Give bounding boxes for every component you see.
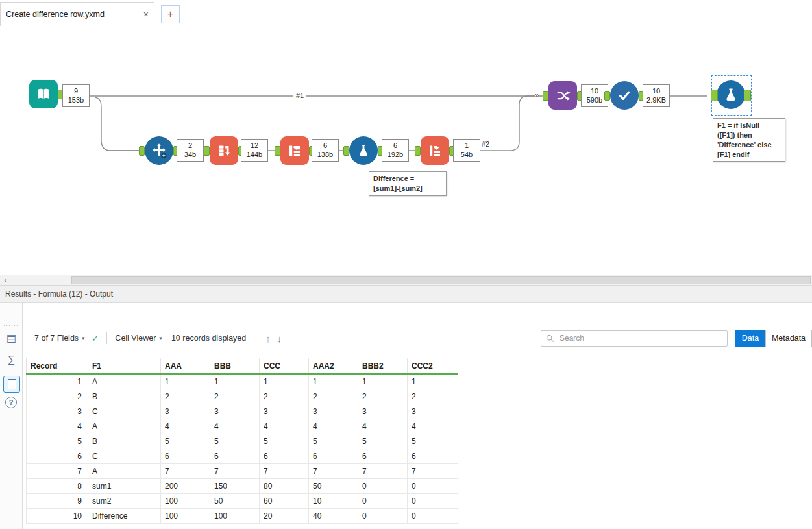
crosstab-tool-2[interactable] bbox=[421, 136, 449, 165]
table-cell: 10 bbox=[309, 494, 358, 509]
chevron-down-icon[interactable]: ▾ bbox=[159, 335, 162, 341]
data-tab[interactable]: Data bbox=[735, 330, 765, 347]
union-tool[interactable] bbox=[548, 81, 577, 110]
table-cell: 4 bbox=[161, 419, 210, 434]
input-anchor[interactable] bbox=[543, 91, 548, 101]
scrollbar-thumb[interactable] bbox=[71, 276, 811, 284]
arrange-tool[interactable] bbox=[145, 136, 173, 165]
record-count: 6 bbox=[315, 141, 335, 150]
results-panel-title: Results - Formula (12) - Output bbox=[5, 289, 113, 299]
input-anchor[interactable] bbox=[343, 146, 349, 156]
cell-viewer-dropdown[interactable]: Cell Viewer bbox=[115, 334, 156, 343]
input-anchor[interactable] bbox=[275, 146, 280, 156]
search-box[interactable] bbox=[541, 330, 728, 347]
data-size: 54b bbox=[457, 150, 476, 159]
record-count-badge: 10 2.9KB bbox=[643, 84, 670, 107]
table-row: 1A111111 bbox=[27, 374, 458, 389]
up-arrow-button[interactable]: ↑ bbox=[265, 333, 271, 344]
app-window: Create difference row.yxmd × + 9 1 bbox=[0, 0, 812, 529]
column-header[interactable]: CCC bbox=[260, 358, 309, 375]
record-count: 2 bbox=[180, 141, 200, 150]
close-tab-icon[interactable]: × bbox=[143, 9, 149, 19]
table-cell: 0 bbox=[358, 494, 408, 509]
crosstab-tool[interactable] bbox=[210, 136, 238, 165]
record-number-cell: 8 bbox=[27, 479, 88, 494]
tab-bar: Create difference row.yxmd × + bbox=[0, 0, 812, 27]
table-cell: 4 bbox=[260, 419, 309, 434]
formula-tool[interactable] bbox=[349, 136, 378, 165]
workflow-tab[interactable]: Create difference row.yxmd × bbox=[0, 2, 154, 26]
input-anchor[interactable] bbox=[711, 90, 718, 101]
formula-tool-selected[interactable] bbox=[717, 80, 745, 109]
table-view-icon[interactable]: ▤ bbox=[0, 332, 23, 344]
table-cell: 3 bbox=[260, 404, 309, 419]
table-cell: 0 bbox=[408, 509, 458, 524]
table-row: 7A777777 bbox=[27, 464, 458, 479]
table-cell: B bbox=[88, 389, 161, 404]
column-header[interactable]: BBB bbox=[210, 358, 260, 375]
table-row: 8sum1200150805000 bbox=[27, 479, 458, 494]
scroll-left-button[interactable]: ‹ bbox=[0, 275, 11, 285]
tool-annotation[interactable]: F1 = if IsNull ([F1]) then 'Difference' … bbox=[713, 118, 785, 162]
table-cell: 2 bbox=[210, 389, 260, 404]
search-input[interactable] bbox=[558, 333, 722, 343]
table-cell: 6 bbox=[358, 449, 408, 464]
record-count: 6 bbox=[386, 141, 405, 150]
input-anchor[interactable] bbox=[139, 146, 145, 156]
table-cell: 6 bbox=[260, 449, 309, 464]
apply-check-icon[interactable]: ✓ bbox=[92, 333, 99, 343]
horizontal-scrollbar[interactable]: ‹ bbox=[0, 275, 812, 286]
divider bbox=[254, 332, 254, 344]
workflow-tab-title: Create difference row.yxmd bbox=[6, 10, 140, 19]
column-header[interactable]: Record bbox=[27, 358, 88, 375]
transpose-icon bbox=[427, 143, 443, 158]
column-header[interactable]: AAA2 bbox=[309, 358, 358, 375]
flask-icon bbox=[356, 143, 371, 158]
output-anchor[interactable] bbox=[744, 90, 751, 101]
record-count: 12 bbox=[245, 141, 264, 150]
table-cell: 0 bbox=[408, 494, 458, 509]
new-tab-button[interactable]: + bbox=[161, 5, 180, 23]
table-cell: 2 bbox=[260, 389, 309, 404]
metadata-tab[interactable]: Metadata bbox=[765, 330, 812, 347]
drag-grip-icon[interactable]: ······ bbox=[2, 324, 20, 327]
input-anchor[interactable] bbox=[604, 91, 610, 101]
table-cell: 1 bbox=[260, 374, 309, 389]
table-cell: 3 bbox=[210, 404, 260, 419]
input-anchor[interactable] bbox=[415, 146, 421, 156]
table-cell: 4 bbox=[408, 419, 458, 434]
data-metadata-switch: Data Metadata bbox=[735, 330, 812, 347]
check-tool[interactable] bbox=[610, 81, 639, 110]
help-icon[interactable]: ? bbox=[5, 397, 17, 408]
transpose-tool[interactable] bbox=[280, 136, 309, 165]
record-count-badge: 6 138b bbox=[312, 139, 339, 162]
workflow-canvas[interactable]: 9 153b #1 2 34b bbox=[0, 26, 812, 275]
table-cell: 7 bbox=[358, 464, 408, 479]
down-arrow-button[interactable]: ↓ bbox=[277, 333, 282, 344]
table-cell: 5 bbox=[358, 434, 408, 449]
results-toolbar: 7 of 7 Fields ▾ ✓ Cell Viewer ▾ 10 recor… bbox=[23, 327, 812, 349]
table-cell: 2 bbox=[309, 389, 358, 404]
record-count-badge: 9 153b bbox=[62, 84, 90, 107]
column-header[interactable]: F1 bbox=[88, 358, 161, 375]
cell-viewer-panel-icon[interactable] bbox=[3, 376, 20, 393]
table-cell: 3 bbox=[161, 404, 210, 419]
results-side-toolbar: ······ ▤ ∑ ? bbox=[0, 303, 23, 529]
table-cell: 2 bbox=[358, 389, 408, 404]
table-cell: 40 bbox=[309, 509, 358, 524]
sigma-icon[interactable]: ∑ bbox=[0, 354, 23, 365]
fields-dropdown[interactable]: 7 of 7 Fields bbox=[34, 334, 79, 343]
input-data-tool[interactable] bbox=[29, 80, 58, 108]
column-header[interactable]: AAA bbox=[161, 358, 210, 375]
table-row: 3C333333 bbox=[27, 404, 458, 419]
tool-annotation[interactable]: Difference = [sum1]-[sum2] bbox=[369, 171, 447, 196]
table-cell: 7 bbox=[309, 464, 358, 479]
chevron-down-icon[interactable]: ▾ bbox=[82, 335, 85, 341]
transpose-icon bbox=[287, 143, 302, 158]
table-cell: 1 bbox=[161, 374, 210, 389]
input-anchor[interactable] bbox=[204, 146, 210, 156]
record-count: 9 bbox=[66, 86, 86, 95]
column-header[interactable]: CCC2 bbox=[408, 358, 458, 375]
table-cell: 6 bbox=[210, 449, 260, 464]
column-header[interactable]: BBB2 bbox=[358, 358, 408, 375]
